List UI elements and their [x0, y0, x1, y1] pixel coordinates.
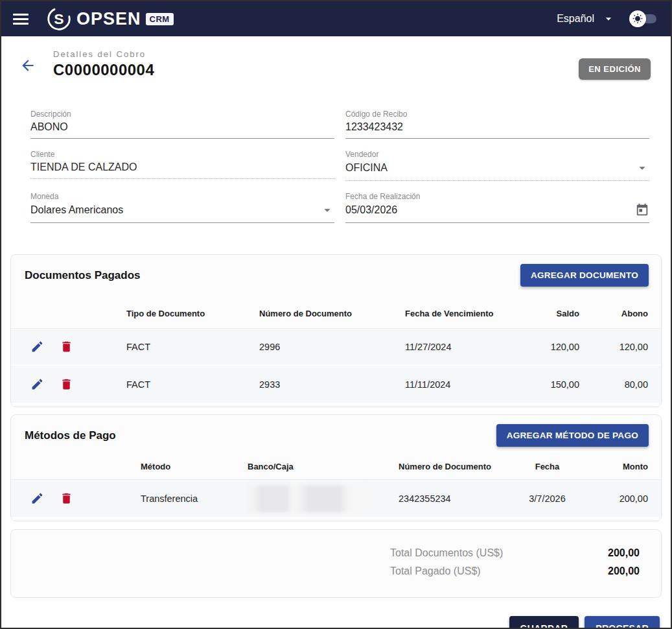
- hamburger-menu-icon[interactable]: [13, 14, 29, 25]
- table-row: Transferencia 2342355234 3/7/2026 200,00: [11, 480, 661, 517]
- edit-button[interactable]: [29, 490, 45, 506]
- footer-actions: GUARDAR PROCESAR: [1, 598, 671, 629]
- cliente-value: TIENDA DE CALZADO: [30, 161, 137, 173]
- metodos-table-header: Método Banco/Caja Número de Documento Fe…: [11, 453, 661, 479]
- edit-button[interactable]: [29, 376, 45, 392]
- cell-abono: 80,00: [579, 379, 648, 390]
- cell-monto: 200,00: [579, 493, 648, 504]
- descripcion-input[interactable]: [30, 121, 334, 133]
- brand-crm-badge: CRM: [146, 13, 174, 25]
- column-header: Número de Documento: [259, 309, 405, 318]
- payment-details-form: Descripción Código de Recibo Cliente TIE…: [30, 110, 649, 223]
- cell-numero-documento: 2342355234: [399, 493, 515, 504]
- table-row: FACT 2933 11/11/2024 150,00 80,00: [11, 366, 661, 403]
- trash-icon: [60, 346, 73, 355]
- sun-icon: [632, 14, 643, 24]
- total-documentos-value: 200,00: [601, 544, 640, 562]
- edit-button[interactable]: [29, 338, 45, 355]
- documentos-pagados-card: Documentos Pagados AGREGAR DOCUMENTO Tip…: [10, 254, 662, 407]
- fecha-realizacion-label: Fecha de Realización: [345, 192, 649, 201]
- cliente-label: Cliente: [30, 150, 334, 159]
- guardar-button[interactable]: GUARDAR: [509, 616, 579, 629]
- svg-text:S: S: [54, 10, 64, 27]
- chevron-down-icon: [635, 161, 649, 175]
- pencil-icon: [30, 346, 44, 355]
- arrow-left-icon: [19, 65, 36, 76]
- delete-button[interactable]: [58, 376, 75, 392]
- agregar-documento-button[interactable]: AGREGAR DOCUMENTO: [520, 264, 649, 287]
- column-header: Método: [141, 462, 248, 471]
- cell-fecha-vencimiento: 11/27/2024: [405, 342, 521, 352]
- fecha-realizacion-value: 05/03/2026: [345, 204, 397, 216]
- fecha-realizacion-input[interactable]: 05/03/2026: [345, 201, 649, 223]
- status-badge: EN EDICIÓN: [579, 58, 651, 80]
- cell-fecha-vencimiento: 11/11/2024: [405, 379, 521, 390]
- cell-banco-caja: [248, 485, 399, 512]
- chevron-down-icon: [602, 12, 615, 25]
- column-header: Tipo de Documento: [126, 309, 259, 318]
- column-header: Abono: [579, 309, 648, 318]
- top-navbar: S OPSEN CRM Español: [1, 1, 671, 36]
- app-window: S OPSEN CRM Español: [0, 0, 672, 629]
- column-header: Número de Documento: [399, 462, 515, 471]
- delete-button[interactable]: [58, 490, 75, 506]
- metodos-pago-card: Métodos de Pago AGREGAR MÉTODO DE PAGO M…: [10, 414, 662, 521]
- moneda-value: Dolares Americanos: [30, 204, 123, 216]
- brand-s-icon: S: [45, 5, 73, 32]
- column-header: Fecha: [515, 462, 579, 471]
- cell-tipo-documento: FACT: [126, 379, 259, 390]
- back-button[interactable]: [19, 57, 36, 74]
- codigo-recibo-label: Código de Recibo: [345, 110, 649, 119]
- language-selector[interactable]: Español: [557, 12, 615, 25]
- field-vendedor: Vendedor OFICINA: [345, 150, 649, 181]
- totals-card: Total Documentos (US$) 200,00 Total Paga…: [10, 529, 662, 598]
- codigo-recibo-input[interactable]: [345, 121, 649, 133]
- field-fecha-realizacion: Fecha de Realización 05/03/2026: [345, 192, 649, 223]
- vendedor-label: Vendedor: [345, 150, 649, 159]
- trash-icon: [60, 497, 73, 507]
- metodos-section-title: Métodos de Pago: [25, 429, 116, 442]
- cell-metodo: Transferencia: [141, 493, 248, 504]
- documentos-table-header: Tipo de Documento Número de Documento Fe…: [11, 298, 661, 328]
- field-cliente: Cliente TIENDA DE CALZADO: [30, 150, 334, 181]
- documentos-section-title: Documentos Pagados: [25, 269, 141, 282]
- cell-abono: 120,00: [579, 342, 648, 352]
- total-pagado-value: 200,00: [601, 562, 640, 580]
- agregar-metodo-pago-button[interactable]: AGREGAR MÉTODO DE PAGO: [496, 424, 649, 447]
- page-subtitle: Detalles del Cobro: [53, 49, 154, 59]
- pencil-icon: [30, 497, 44, 507]
- cell-saldo: 150,00: [521, 379, 579, 390]
- banco-caja-redacted-value: [248, 485, 369, 512]
- pencil-icon: [30, 383, 44, 393]
- language-label: Español: [557, 13, 594, 25]
- column-header: Saldo: [521, 309, 579, 318]
- cell-numero-documento: 2996: [259, 342, 405, 352]
- page-title: C0000000004: [53, 61, 154, 79]
- total-documentos-label: Total Documentos (US$): [390, 544, 601, 562]
- total-row: Total Pagado (US$) 200,00: [32, 562, 640, 580]
- column-header: Fecha de Vencimiento: [405, 309, 521, 318]
- cell-numero-documento: 2933: [259, 379, 405, 390]
- cell-tipo-documento: FACT: [126, 342, 259, 352]
- column-header: Banco/Caja: [248, 462, 399, 471]
- field-descripcion: Descripción: [30, 110, 334, 139]
- vendedor-value: OFICINA: [345, 162, 388, 174]
- calendar-icon[interactable]: [635, 203, 649, 217]
- column-header: Monto: [579, 462, 648, 471]
- moneda-select[interactable]: Dolares Americanos: [30, 201, 334, 223]
- cell-saldo: 120,00: [521, 342, 579, 352]
- page-header: Detalles del Cobro C0000000004 EN EDICIÓ…: [1, 36, 671, 80]
- toggle-thumb: [629, 10, 646, 27]
- descripcion-label: Descripción: [30, 110, 334, 119]
- total-pagado-label: Total Pagado (US$): [390, 562, 601, 580]
- brand-logo[interactable]: S OPSEN CRM: [45, 5, 174, 32]
- procesar-button[interactable]: PROCESAR: [585, 616, 660, 629]
- field-codigo-recibo: Código de Recibo: [345, 110, 649, 139]
- theme-toggle[interactable]: [629, 10, 659, 27]
- moneda-label: Moneda: [30, 192, 334, 201]
- field-moneda: Moneda Dolares Americanos: [30, 192, 334, 223]
- brand-name: OPSEN: [76, 9, 141, 29]
- table-row: FACT 2996 11/27/2024 120,00 120,00: [11, 329, 661, 366]
- cell-fecha: 3/7/2026: [515, 493, 579, 504]
- delete-button[interactable]: [58, 338, 75, 355]
